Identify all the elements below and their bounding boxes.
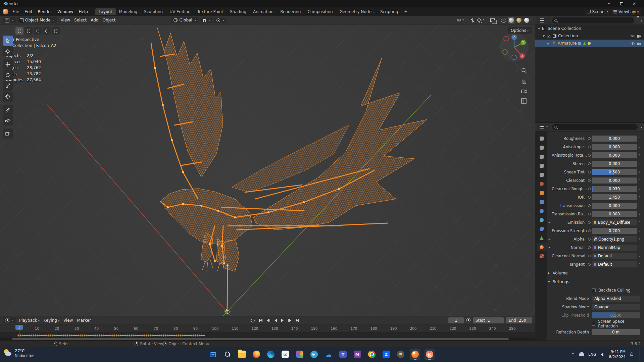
property-value-field[interactable]: 0.000 [592, 144, 637, 150]
clip-threshold-slider[interactable]: 0.500 [592, 312, 640, 318]
properties-filter-button[interactable] [640, 125, 642, 130]
property-value-field[interactable]: 0.000 [592, 211, 637, 217]
properties-tab-render[interactable] [537, 143, 547, 152]
navigation-gizmo[interactable]: Z Y X [499, 32, 530, 63]
outliner-row-armature[interactable]: ▶ Armature [535, 40, 644, 47]
playhead-frame-badge[interactable]: 1 [15, 325, 23, 330]
expander-icon[interactable]: ▶ [547, 42, 550, 45]
material-property-row[interactable]: Clearcoat Normal Default [547, 252, 642, 260]
taskbar-office[interactable]: M [352, 349, 362, 360]
animate-decorator-icon[interactable] [637, 205, 642, 206]
animate-decorator-icon[interactable] [637, 188, 642, 190]
workspace-tab[interactable]: Animation [250, 8, 277, 15]
property-value-field[interactable]: 0.030 [592, 186, 637, 192]
select-mode-circle[interactable] [34, 27, 42, 35]
play-reverse-button[interactable] [274, 318, 278, 323]
falcon-mesh[interactable] [157, 27, 427, 271]
property-value-field[interactable]: 0.200 [592, 228, 637, 234]
properties-tab-world[interactable] [537, 179, 547, 188]
properties-tab-particles[interactable] [537, 207, 547, 215]
scene-selector[interactable]: Scene [585, 9, 610, 15]
material-property-row[interactable]: ▶ Alpha Opacity1.png [547, 235, 642, 243]
backface-culling-checkbox[interactable] [592, 288, 596, 292]
animate-decorator-icon[interactable] [637, 255, 642, 257]
show-overlays-toggle[interactable] [477, 17, 485, 23]
current-frame-field[interactable]: 1 [448, 317, 464, 323]
taskbar-krita[interactable]: K [425, 349, 435, 360]
outliner-editor-type-button[interactable] [537, 18, 550, 23]
material-property-row[interactable]: Clearcoat Rough... 0.030 [547, 185, 642, 193]
property-value-field[interactable]: 0.000 [592, 152, 637, 158]
blend-mode-dropdown[interactable]: Alpha Hashed [592, 296, 640, 302]
taskbar-file-explorer[interactable] [237, 349, 247, 360]
timeline-menu-item[interactable]: View [61, 317, 75, 323]
timeline-editor-type-button[interactable] [3, 317, 16, 323]
editor-type-button[interactable] [3, 17, 16, 23]
material-property-row[interactable]: Emission Strength 0.200 [547, 226, 642, 235]
rotate-tool[interactable] [3, 70, 13, 80]
shading-wireframe-button[interactable] [500, 17, 507, 23]
proportional-editing-dropdown[interactable] [214, 18, 227, 23]
jump-to-start-button[interactable] [258, 318, 263, 323]
animate-decorator-icon[interactable] [637, 230, 642, 231]
taskbar-photos[interactable] [295, 349, 305, 360]
menu-item[interactable]: Edit [22, 9, 35, 15]
viewport-menu-item[interactable]: Object [100, 17, 117, 23]
material-property-row[interactable]: ▶ Emission Body_A2_Diffuse [547, 218, 642, 226]
input-socket-icon[interactable] [587, 196, 592, 199]
workspace-tab[interactable]: UV Editing [166, 8, 194, 15]
auto-keying-toggle[interactable] [250, 318, 256, 323]
taskbar-start-button[interactable]: ⊞ [208, 349, 218, 360]
viewport-menu-item[interactable]: Select [72, 17, 89, 23]
ortho-grid-icon[interactable] [521, 98, 528, 105]
taskbar-zalo[interactable]: Z [381, 349, 391, 360]
material-property-row[interactable]: Sheen Tint 0.500 [547, 168, 642, 176]
scene-collection-label[interactable]: Scene Collection [548, 26, 581, 31]
previous-keyframe-button[interactable] [266, 318, 271, 323]
taskbar-gimp[interactable] [396, 349, 406, 360]
properties-tab-constraints[interactable] [537, 225, 547, 233]
cursor-tool[interactable] [3, 46, 13, 56]
input-socket-icon[interactable] [587, 137, 592, 140]
hide-eye-icon[interactable] [630, 35, 635, 38]
properties-tab-tool[interactable] [537, 134, 547, 143]
material-property-row[interactable]: Sheen 0.000 [547, 159, 642, 168]
property-value-field[interactable]: 0.000 [592, 136, 637, 142]
shading-material-button[interactable] [516, 17, 522, 23]
shadow-mode-dropdown[interactable]: Opaque [592, 304, 640, 310]
input-socket-icon[interactable] [587, 221, 592, 224]
minimize-icon[interactable] [602, 0, 615, 7]
outliner-row-scene-collection[interactable]: ▼ Scene Collection [535, 25, 644, 32]
hide-eye-icon[interactable] [630, 42, 635, 45]
workspace-tab[interactable]: Texture Paint [194, 8, 227, 15]
scrollbar-thumb[interactable] [12, 338, 509, 340]
outliner-editor[interactable]: ▼ Scene Collection ▼ Collection ▶ Arm [535, 16, 644, 123]
property-expander-icon[interactable]: ▶ [547, 221, 552, 224]
menu-item[interactable]: File [10, 9, 22, 15]
material-property-row[interactable]: Tangent Default [547, 260, 642, 268]
properties-tab-view-layer[interactable] [537, 161, 547, 170]
taskbar-firefox[interactable] [251, 349, 261, 360]
animate-decorator-icon[interactable] [637, 171, 642, 173]
input-socket-icon[interactable] [587, 213, 592, 215]
close-icon[interactable] [628, 0, 641, 7]
properties-tab-modifiers[interactable] [537, 198, 547, 206]
play-button[interactable] [280, 318, 285, 323]
animate-decorator-icon[interactable] [637, 213, 642, 215]
settings-section-header[interactable]: ▼Settings [547, 278, 642, 286]
camera-view-icon[interactable] [521, 88, 528, 94]
property-value-field[interactable]: 0.500 [592, 169, 637, 175]
property-value-field[interactable]: 0.000 [592, 177, 637, 184]
input-socket-icon[interactable] [587, 204, 592, 207]
animate-decorator-icon[interactable] [637, 179, 642, 181]
xray-toggle[interactable] [490, 18, 495, 22]
measure-tool[interactable] [3, 115, 13, 125]
property-value-field[interactable]: 1.450 [592, 194, 637, 200]
menu-item[interactable]: Help [76, 9, 90, 15]
property-value-field[interactable]: Default [592, 253, 637, 259]
select-mode-lasso[interactable] [43, 27, 51, 35]
timeline-menu-item[interactable]: Keying [42, 317, 61, 323]
property-value-field[interactable]: Opacity1.png [592, 236, 637, 242]
taskbar-chrome[interactable] [367, 349, 377, 360]
properties-editor[interactable]: Roughness 0.000 [535, 123, 644, 341]
